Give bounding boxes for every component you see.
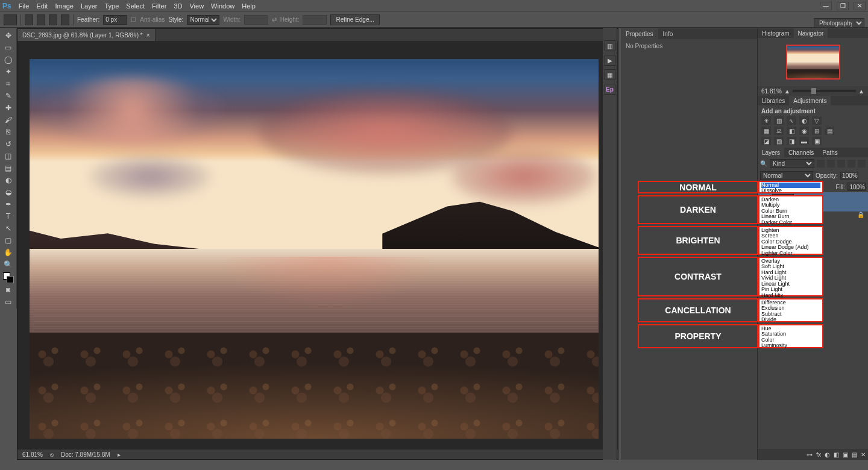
blur-tool[interactable]: ◐ [1, 174, 16, 186]
status-zoom[interactable]: 61.81% [22, 451, 43, 458]
feather-input[interactable] [103, 15, 127, 25]
selection-add-icon[interactable] [37, 14, 45, 25]
lock-icon[interactable]: 🔒 [857, 212, 864, 220]
blend-mode-option[interactable]: Luminosity [761, 343, 820, 348]
eraser-tool[interactable]: ◫ [1, 150, 16, 161]
tab-layers[interactable]: Layers [758, 148, 784, 157]
selection-new-icon[interactable] [25, 14, 33, 25]
invert-icon[interactable]: ◪ [761, 137, 771, 145]
clone-stamp-tool[interactable]: ⎘ [1, 126, 16, 137]
filter-shape-icon[interactable] [848, 160, 855, 168]
menu-view[interactable]: View [189, 2, 204, 10]
bw-icon[interactable]: ◧ [787, 127, 796, 135]
curves-icon[interactable]: ∿ [787, 116, 796, 125]
menu-select[interactable]: Select [126, 2, 145, 10]
close-tab-icon[interactable]: × [146, 32, 150, 39]
balance-icon[interactable]: ⚖ [774, 127, 784, 135]
hand-tool[interactable]: ✋ [1, 246, 16, 258]
close-button[interactable]: ✕ [854, 2, 866, 10]
blend-mode-option[interactable]: Darker Color [761, 220, 820, 225]
levels-icon[interactable]: ▥ [774, 116, 784, 125]
layer-kind-select[interactable]: Kind [770, 159, 814, 168]
lut-icon[interactable]: ▤ [825, 127, 834, 135]
navigator-body[interactable] [758, 38, 868, 86]
selection-subtract-icon[interactable] [49, 14, 57, 25]
menu-file[interactable]: File [19, 2, 30, 10]
document-tab[interactable]: DSC_2893.jpg @ 61.8% (Layer 1, RGB/8#) *… [17, 29, 156, 41]
type-tool[interactable]: T [1, 210, 16, 222]
mask-icon[interactable]: ◐ [825, 451, 830, 458]
maximize-button[interactable]: ❐ [837, 2, 849, 10]
navigator-thumbnail[interactable] [786, 45, 840, 80]
pen-tool[interactable]: ✒ [1, 198, 16, 210]
history-brush-tool[interactable]: ↺ [1, 138, 16, 149]
gradient-tool[interactable]: ▤ [1, 162, 16, 174]
marquee-tool[interactable]: ▭ [1, 42, 16, 53]
brush-tool[interactable]: 🖌 [1, 114, 16, 125]
tab-libraries[interactable]: Libraries [758, 96, 789, 105]
refine-edge-button[interactable]: Refine Edge... [330, 14, 379, 25]
color-swatch[interactable] [3, 272, 14, 283]
status-export-icon[interactable]: ⎋ [50, 451, 54, 458]
blend-mode-option[interactable]: Dissolve [761, 188, 820, 193]
zoom-in-icon[interactable]: ▲ [858, 88, 864, 95]
panel-icon[interactable]: ▦ [605, 69, 615, 80]
tab-navigator[interactable]: Navigator [794, 28, 828, 38]
blend-mode-option[interactable]: Lighter Color [761, 251, 820, 256]
channel-mixer-icon[interactable]: ⊞ [812, 127, 822, 135]
menu-window[interactable]: Window [211, 2, 234, 10]
tab-histogram[interactable]: Histogram [758, 28, 794, 38]
tab-adjustments[interactable]: Adjustments [789, 96, 831, 105]
menu-3d[interactable]: 3D [174, 2, 182, 10]
blend-mode-select[interactable]: Normal [760, 171, 813, 180]
menu-filter[interactable]: Filter [152, 2, 166, 10]
canvas[interactable] [30, 59, 599, 439]
move-tool[interactable]: ✥ [1, 30, 16, 41]
blend-mode-option[interactable]: Hard Mix [761, 293, 820, 298]
workspace-select[interactable]: Photography [814, 18, 864, 28]
filter-pixel-icon[interactable] [817, 160, 825, 168]
eyedropper-tool[interactable]: ✎ [1, 90, 16, 101]
fx-icon[interactable]: fx [816, 451, 821, 458]
exposure-icon[interactable]: ◐ [799, 116, 809, 125]
menu-layer[interactable]: Layer [81, 2, 98, 10]
menu-type[interactable]: Type [105, 2, 119, 10]
zoom-out-icon[interactable]: ▲ [784, 88, 790, 95]
tab-properties[interactable]: Properties [621, 28, 658, 39]
tab-channels[interactable]: Channels [784, 148, 818, 157]
lasso-tool[interactable]: ◯ [1, 54, 16, 65]
zoom-tool[interactable]: 🔍 [1, 258, 16, 270]
actions-panel-icon[interactable]: ▶ [605, 55, 615, 66]
history-panel-icon[interactable]: ▥ [605, 40, 615, 51]
fill-input[interactable] [848, 183, 866, 191]
brightness-icon[interactable]: ☀ [761, 116, 771, 125]
active-tool-icon[interactable] [4, 14, 17, 25]
quick-mask-icon[interactable]: ◙ [1, 284, 16, 295]
threshold-icon[interactable]: ◨ [787, 137, 796, 145]
selection-intersect-icon[interactable] [61, 14, 69, 25]
dodge-tool[interactable]: ◒ [1, 186, 16, 198]
minimize-button[interactable]: — [820, 2, 832, 10]
delete-layer-icon[interactable]: ✕ [861, 451, 866, 458]
quick-select-tool[interactable]: ✦ [1, 66, 16, 77]
fill-adj-icon[interactable]: ◧ [834, 451, 839, 458]
crop-tool[interactable]: ⌗ [1, 78, 16, 89]
menu-edit[interactable]: Edit [36, 2, 48, 10]
gradient-map-icon[interactable]: ▬ [799, 137, 809, 145]
posterize-icon[interactable]: ▨ [774, 137, 784, 145]
menu-help[interactable]: Help [242, 2, 256, 10]
selective-color-icon[interactable]: ▣ [812, 137, 822, 145]
zoom-slider[interactable] [793, 90, 856, 92]
path-select-tool[interactable]: ↖ [1, 222, 16, 234]
status-arrow-icon[interactable]: ▸ [118, 451, 121, 458]
hue-icon[interactable]: ▦ [761, 127, 771, 135]
blend-mode-option[interactable]: Divide [761, 317, 820, 322]
photo-filter-icon[interactable]: ◉ [799, 127, 809, 135]
group-icon[interactable]: ▣ [843, 451, 848, 458]
filter-smart-icon[interactable] [858, 160, 866, 168]
ep-panel-icon[interactable]: Ep [605, 84, 615, 95]
link-layers-icon[interactable]: ⊶ [807, 451, 813, 458]
new-layer-icon[interactable]: ▤ [852, 451, 857, 458]
screen-mode-icon[interactable]: ▭ [1, 296, 16, 307]
rectangle-tool[interactable]: ▢ [1, 234, 16, 246]
